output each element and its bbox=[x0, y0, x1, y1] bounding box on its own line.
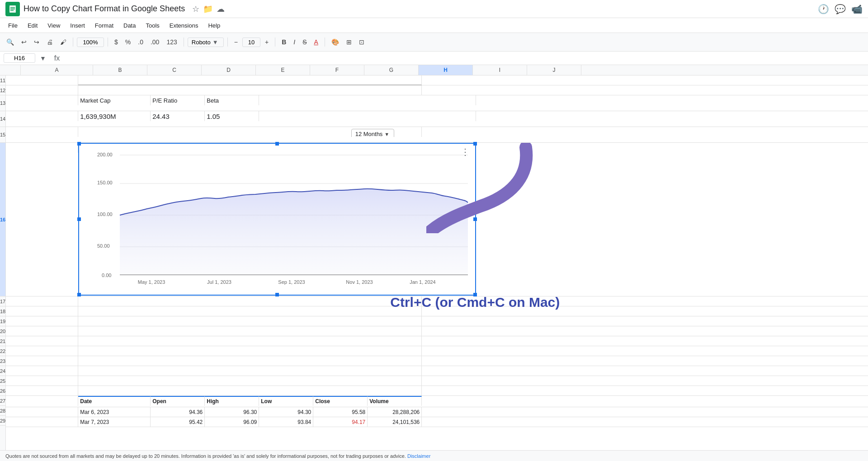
decimal-less-btn[interactable]: .0 bbox=[135, 37, 146, 47]
cell-a15[interactable] bbox=[6, 127, 78, 137]
print-btn[interactable]: 🖨 bbox=[44, 37, 56, 47]
col-date-header[interactable]: Date bbox=[78, 396, 151, 406]
font-selector[interactable]: Roboto ▼ bbox=[188, 38, 224, 47]
toolbar: 🔍 ↩ ↪ 🖨 🖌 100% $ % .0 .00 123 Roboto ▼ −… bbox=[0, 33, 868, 52]
menu-edit[interactable]: Edit bbox=[23, 20, 42, 31]
menu-help[interactable]: Help bbox=[203, 20, 225, 31]
col-high-header[interactable]: High bbox=[205, 396, 259, 406]
cell-a12[interactable] bbox=[6, 85, 78, 95]
disclaimer-link[interactable]: Disclaimer bbox=[407, 453, 430, 459]
cell-low-r1[interactable]: 94.30 bbox=[259, 407, 313, 417]
resize-handle-tc[interactable] bbox=[275, 142, 279, 146]
cell-low-r2[interactable]: 93.84 bbox=[259, 417, 313, 427]
cell-b11-span[interactable] bbox=[78, 75, 422, 85]
cell-close-r2[interactable]: 94.17 bbox=[313, 417, 368, 427]
menu-data[interactable]: Data bbox=[119, 20, 140, 31]
cell-volume-r1[interactable]: 28,288,206 bbox=[368, 407, 422, 417]
paint-format-btn[interactable]: 🖌 bbox=[57, 37, 69, 47]
cell-a11[interactable] bbox=[6, 75, 78, 85]
cell-efgh14[interactable] bbox=[259, 111, 476, 121]
cell-b13[interactable]: Market Cap bbox=[78, 95, 151, 105]
currency-btn[interactable]: $ bbox=[112, 37, 121, 47]
cell-high-r2[interactable]: 96.09 bbox=[205, 417, 259, 427]
col-open-header[interactable]: Open bbox=[151, 396, 205, 406]
chart-area[interactable]: ⋮ 200.00 150.00 100.00 50.00 0.00 bbox=[78, 143, 476, 296]
separator-3 bbox=[184, 38, 184, 47]
comment-icon[interactable]: 💬 bbox=[835, 4, 846, 14]
col-header-i[interactable]: I bbox=[473, 65, 527, 75]
italic-btn[interactable]: I bbox=[291, 37, 298, 47]
col-header-h[interactable]: H bbox=[419, 65, 473, 75]
resize-handle-tr[interactable] bbox=[473, 142, 477, 146]
col-close-header[interactable]: Close bbox=[313, 396, 368, 406]
cell-date-r2[interactable]: Mar 7, 2023 bbox=[78, 417, 151, 427]
col-header-e[interactable]: E bbox=[256, 65, 310, 75]
cell-d13[interactable]: Beta bbox=[205, 95, 259, 105]
cell-d14[interactable]: 1.05 bbox=[205, 111, 259, 121]
menu-tools[interactable]: Tools bbox=[141, 20, 164, 31]
cell-high-r1[interactable]: 96.30 bbox=[205, 407, 259, 417]
cell-efgh13[interactable] bbox=[259, 95, 476, 105]
cell-c14[interactable]: 24.43 bbox=[151, 111, 205, 121]
col-header-b[interactable]: B bbox=[93, 65, 147, 75]
col-header-f[interactable]: F bbox=[310, 65, 364, 75]
resize-handle-br[interactable] bbox=[473, 293, 477, 296]
resize-handle-tl[interactable] bbox=[77, 142, 81, 146]
cell-a16[interactable] bbox=[6, 143, 78, 153]
formula-input[interactable] bbox=[65, 55, 864, 61]
search-btn[interactable]: 🔍 bbox=[4, 37, 17, 47]
chart-more-options[interactable]: ⋮ bbox=[461, 146, 470, 157]
menu-insert[interactable]: Insert bbox=[66, 20, 90, 31]
video-icon[interactable]: 📹 bbox=[851, 4, 863, 14]
number-format-btn[interactable]: 123 bbox=[164, 37, 179, 47]
strikethrough-btn[interactable]: S bbox=[300, 37, 309, 47]
font-size-decrease-btn[interactable]: − bbox=[231, 37, 241, 47]
col-header-g[interactable]: G bbox=[364, 65, 419, 75]
menu-view[interactable]: View bbox=[43, 20, 65, 31]
cell-a14[interactable] bbox=[6, 111, 78, 121]
menu-extensions[interactable]: Extensions bbox=[165, 20, 203, 31]
text-color-btn[interactable]: A bbox=[311, 37, 321, 47]
col-header-d[interactable]: D bbox=[202, 65, 256, 75]
resize-handle-bc[interactable] bbox=[275, 293, 279, 296]
font-size-box[interactable]: 10 bbox=[242, 38, 260, 47]
cell-open-r1[interactable]: 94.36 bbox=[151, 407, 205, 417]
col-header-j[interactable]: J bbox=[527, 65, 581, 75]
col-volume-header[interactable]: Volume bbox=[368, 396, 422, 406]
cell-open-r2[interactable]: 95.42 bbox=[151, 417, 205, 427]
decimal-more-btn[interactable]: .00 bbox=[148, 37, 162, 47]
undo-btn[interactable]: ↩ bbox=[19, 37, 29, 47]
menu-format[interactable]: Format bbox=[90, 20, 118, 31]
cell-c13[interactable]: P/E Ratio bbox=[151, 95, 205, 105]
borders-btn[interactable]: ⊞ bbox=[344, 37, 354, 47]
merge-btn[interactable]: ⊡ bbox=[356, 37, 367, 47]
col-low-header[interactable]: Low bbox=[259, 396, 313, 406]
percent-btn[interactable]: % bbox=[123, 37, 133, 47]
redo-btn[interactable]: ↪ bbox=[31, 37, 42, 47]
formula-dropdown[interactable]: ▼ bbox=[37, 55, 49, 62]
folder-icon[interactable]: 📁 bbox=[203, 4, 213, 14]
cell-b14[interactable]: 1,639,930M bbox=[78, 111, 151, 121]
cell-reference[interactable]: H16 bbox=[4, 53, 35, 63]
cell-date-r1[interactable]: Mar 6, 2023 bbox=[78, 407, 151, 417]
bold-btn[interactable]: B bbox=[279, 37, 289, 47]
chart-period-dropdown[interactable]: 12 Months ▼ bbox=[351, 129, 395, 137]
cell-b15-span[interactable]: 12 Months ▼ bbox=[78, 127, 422, 137]
cell-a13[interactable] bbox=[6, 95, 78, 105]
font-size-increase-btn[interactable]: + bbox=[262, 37, 271, 47]
col-header-a[interactable]: A bbox=[21, 65, 93, 75]
fill-color-btn[interactable]: 🎨 bbox=[329, 37, 342, 47]
resize-handle-mr[interactable] bbox=[473, 217, 477, 221]
cell-b12[interactable] bbox=[78, 85, 422, 95]
resize-handle-ml[interactable] bbox=[77, 217, 81, 221]
history-icon[interactable]: 🕐 bbox=[818, 4, 829, 14]
cloud-icon[interactable]: ☁ bbox=[217, 4, 225, 14]
cell-volume-r2[interactable]: 24,101,536 bbox=[368, 417, 422, 427]
menu-file[interactable]: File bbox=[4, 20, 22, 31]
zoom-selector[interactable]: 100% bbox=[77, 38, 104, 47]
col-header-c[interactable]: C bbox=[147, 65, 202, 75]
star-icon[interactable]: ☆ bbox=[192, 4, 199, 14]
separator-5 bbox=[275, 38, 275, 47]
cell-close-r1[interactable]: 95.58 bbox=[313, 407, 368, 417]
resize-handle-bl[interactable] bbox=[77, 293, 81, 296]
